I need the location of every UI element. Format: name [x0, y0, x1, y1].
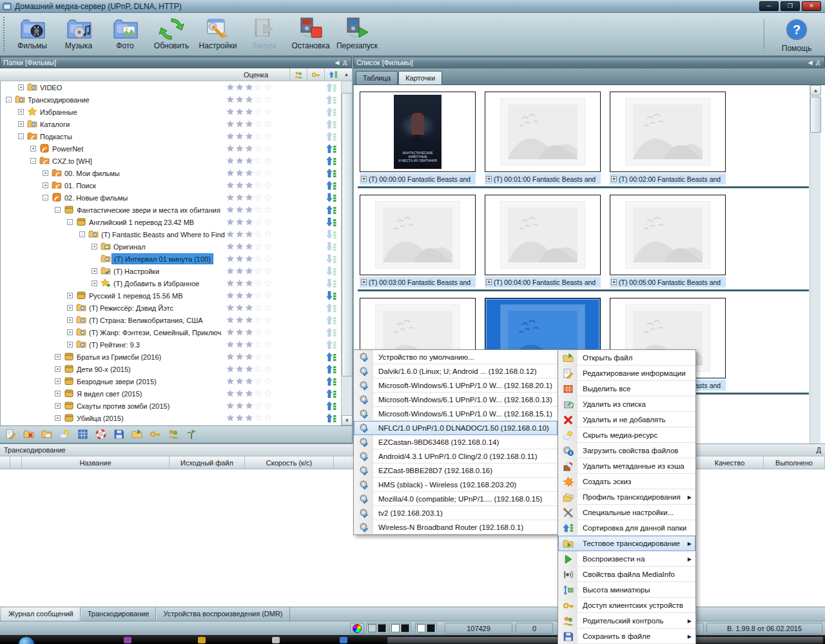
toolbar-button-settings[interactable]: Настройки [195, 13, 241, 54]
device-menu-item[interactable]: Android/4.3.1 UPnP/1.0 Cling/2.0 (192.16… [354, 449, 558, 463]
menu-item-test-transcode[interactable]: Тестовое транскодирование▶ [558, 536, 695, 551]
tree-row[interactable]: +00. Мои фильмы★★★★★ [1, 167, 352, 179]
column-empty[interactable] [10, 456, 22, 469]
tree-row[interactable]: +Безродные звери (2015)★★★★★ [1, 375, 352, 387]
tree-row[interactable]: +Избранные★★★★★ [1, 106, 352, 118]
mini-grid-blue-button[interactable] [77, 429, 88, 441]
tree-item[interactable]: 02. Новые фильмы [63, 192, 130, 203]
tree-row[interactable]: -Транскодирование★★★★★ [1, 93, 352, 106]
tree-item[interactable]: Подкасты [38, 131, 74, 142]
menu-item-edit-info[interactable]: Редактирование информации [558, 366, 695, 381]
menu-item-delete-metadata[interactable]: Удалить метаданные из кэша [558, 458, 695, 474]
tree-row[interactable]: +(T) Добавить в Избранное★★★★★ [1, 277, 352, 289]
mini-lifebuoy-button[interactable] [95, 429, 106, 441]
tree-item[interactable]: (T) Режиссёр: Дэвид Йэтс [87, 302, 175, 313]
menu-item-remove-from-list[interactable]: Удалить из списка [558, 396, 695, 412]
taskbar-icon-2[interactable] [198, 637, 206, 643]
menu-item-save-file[interactable]: Сохранить в файле▶ [558, 629, 695, 644]
minimize-button[interactable]: ─ [759, 1, 779, 11]
tree-row[interactable]: -(T) Fantastic Beasts and Where to Find★… [1, 228, 352, 240]
card-expand-icon[interactable]: + [611, 279, 617, 285]
expand-icon[interactable]: + [92, 244, 97, 249]
menu-item-load-properties[interactable]: iЗагрузить свойства файлов [558, 443, 695, 458]
device-menu-item[interactable]: Wireless-N Broadband Router (192.168.0.1… [354, 520, 558, 534]
column-Исходный файл[interactable]: Исходный файл [170, 456, 245, 469]
menu-item-transcode-profile[interactable]: Профиль транскодирования▶ [558, 489, 695, 505]
mini-palm-button[interactable] [186, 429, 197, 441]
card-expand-icon[interactable]: + [611, 176, 617, 182]
expand-icon[interactable]: + [67, 305, 73, 311]
tree-row[interactable]: +Дети 90-х (2015)★★★★★ [1, 363, 352, 375]
device-menu-item[interactable]: Microsoft-Windows/6.1 UPnP/1.0 W... (192… [354, 407, 558, 421]
maximize-button[interactable]: ❐ [781, 1, 800, 11]
tree-scroll-up-icon[interactable]: ▲ [341, 68, 352, 81]
users-column-icon[interactable] [290, 68, 307, 81]
tree-row[interactable]: -CXZ.to [WH]★★★★★ [1, 155, 352, 167]
tree-row[interactable]: +(T) Рейтинг: 9.3★★★★★ [1, 338, 352, 351]
collapse-icon[interactable]: - [30, 158, 36, 164]
expand-icon[interactable]: + [92, 280, 97, 286]
tree-item[interactable]: Избранные [38, 106, 79, 117]
toolbar-button-refresh[interactable]: Обновить [148, 13, 195, 54]
tree-row[interactable]: +(T) Режиссёр: Дэвид Йэтс★★★★★ [1, 302, 352, 314]
tree-row[interactable]: +Скауты против зомби (2015)★★★★★ [1, 400, 352, 412]
tree-item[interactable]: (T) Интервал 01 минута (100) [112, 253, 213, 264]
tree-item[interactable]: Английский 1 перевод 23.42 MB [87, 217, 196, 228]
menu-item-hide-resource[interactable]: Скрыть медиа-ресурс [558, 427, 695, 443]
start-button[interactable] [18, 636, 35, 644]
tree-row[interactable]: +(T) Жанр: Фэнтези, Семейный, Приключ★★★… [1, 326, 352, 338]
column-Качество[interactable]: Качество [696, 456, 764, 469]
device-menu-item[interactable]: Mozilla/4.0 (compatible; UPnP/1.... (192… [354, 492, 558, 506]
tree-row[interactable]: +Я видел свет (2015)★★★★★ [1, 387, 352, 400]
collapse-icon[interactable]: - [6, 97, 12, 102]
bottom-tab-2[interactable]: Устройства воспроизведения (DMR) [156, 607, 289, 621]
tree-item[interactable]: (T) Настройки [112, 266, 161, 277]
column-Скорость (к/с)[interactable]: Скорость (к/с) [245, 456, 334, 469]
tree-item[interactable]: 00. Мои фильмы [63, 168, 122, 179]
card-caption[interactable]: +(T) 00:05:00 Fantastic Beasts and [610, 277, 726, 288]
expand-icon[interactable]: + [18, 121, 24, 127]
rating-column-label[interactable]: Оценка [222, 68, 290, 81]
tree-item[interactable]: 01. Поиск [63, 180, 98, 191]
toolbar-button-films[interactable]: Фильмы [9, 13, 55, 54]
device-menu-item[interactable]: Microsoft-Windows/6.1 UPnP/1.0 W... (192… [354, 393, 558, 407]
collapse-icon[interactable]: - [43, 195, 48, 200]
menu-item-mediainfo[interactable]: Свойства файла MediaInfo [558, 567, 695, 582]
column-Название[interactable]: Название [22, 456, 170, 469]
expand-icon[interactable]: + [18, 84, 24, 90]
card-caption[interactable]: +(T) 00:02:00 Fantastic Beasts and [610, 173, 726, 184]
tree-row[interactable]: +(T) Страна: Великобритания, США★★★★★ [1, 314, 352, 326]
movie-card[interactable] [610, 195, 726, 275]
mini-save-file-button[interactable] [113, 429, 124, 441]
device-menu-item[interactable]: tv2 (192.168.203.1) [354, 506, 558, 520]
expand-icon[interactable]: + [43, 170, 48, 176]
tree-item[interactable]: Фантастические звери и места их обитания [75, 204, 222, 215]
expand-icon[interactable]: + [92, 268, 97, 274]
tree-row[interactable]: -02. Новые фильмы★★★★★ [1, 191, 352, 204]
movie-card[interactable]: ФАНТАСТИЧЕСКИЕ ЖИВОТНЫЕИ МЕСТА ИХ ОБИТАН… [360, 92, 476, 172]
tree-item[interactable]: Братья из Гримсби (2016) [75, 351, 163, 362]
card-expand-icon[interactable]: + [361, 279, 367, 285]
collapse-icon[interactable]: - [79, 231, 85, 237]
collapse-icon[interactable]: - [18, 133, 24, 139]
movie-card[interactable] [360, 195, 476, 275]
menu-item-parental-control[interactable]: Родительский контроль▶ [558, 613, 695, 629]
expand-icon[interactable]: + [55, 378, 61, 384]
bottom-tab-0[interactable]: Журнал сообщений [1, 607, 81, 621]
collapse-right-icon[interactable]: ◀ [806, 59, 814, 66]
menu-item-special-settings[interactable]: Специальные настройки... [558, 505, 695, 520]
close-button[interactable]: ✕ [802, 1, 821, 11]
tree-row[interactable]: +PowerNet★★★★★ [1, 142, 352, 155]
menu-item-folder-sort[interactable]: Сортировка для данной папки [558, 520, 695, 536]
tree-row[interactable]: +Русский 1 перевод 15.56 MB★★★★★ [1, 289, 352, 302]
card-caption[interactable]: +(T) 00:04:00 Fantastic Beasts and [485, 277, 601, 288]
tree-scrollbar[interactable]: ▼ [341, 81, 352, 425]
tree-scrollbar-thumb[interactable] [342, 93, 353, 376]
expand-icon[interactable]: + [43, 182, 48, 188]
card-expand-icon[interactable]: + [361, 176, 367, 182]
tree-row[interactable]: +01. Поиск★★★★★ [1, 179, 352, 191]
toolbar-button-music[interactable]: Музыка [55, 13, 102, 54]
tree-row[interactable]: +Каталоги★★★★★ [1, 118, 352, 130]
device-menu-item[interactable]: Dalvik/1.6.0 (Linux; U; Android ... (192… [354, 364, 558, 378]
expand-icon[interactable]: + [18, 109, 24, 115]
